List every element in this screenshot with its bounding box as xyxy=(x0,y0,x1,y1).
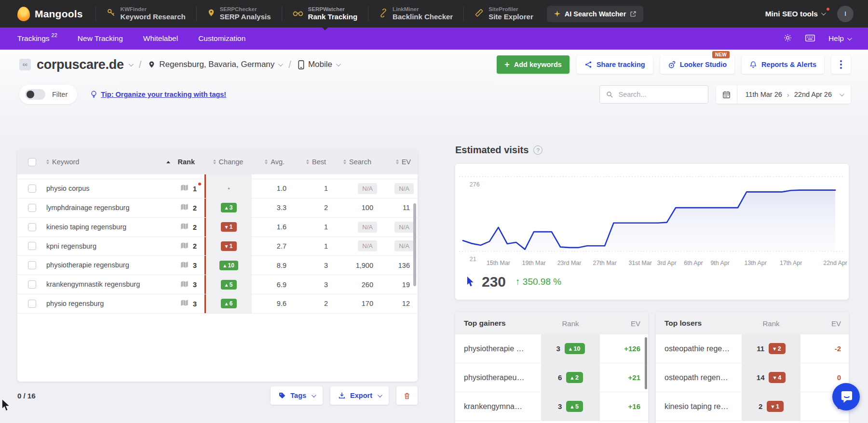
visits-line-chart[interactable]: 2762115th Mar19th Mar23rd Mar27th Mar31s… xyxy=(455,167,849,269)
best-value: 3 xyxy=(294,262,336,269)
topnav-app-serpwatcher[interactable]: SERPWatcherRank Tracking xyxy=(290,3,361,24)
estimated-visits-title: Estimated visits xyxy=(455,145,529,156)
row-checkbox[interactable] xyxy=(28,280,36,289)
column-header-change[interactable]: Change xyxy=(204,158,252,166)
subnav-item-label: Customization xyxy=(198,34,245,43)
search-value: 170 xyxy=(336,300,381,307)
topnav-app-siteprofiler[interactable]: SiteProfilerSite Explorer xyxy=(472,3,536,24)
selection-count: 0 / 16 xyxy=(17,392,36,400)
chevron-down-icon xyxy=(336,62,341,66)
subnav-item-customization[interactable]: Customization xyxy=(188,34,256,43)
list-item[interactable]: osteopath regen…14▾ 40 xyxy=(656,363,849,392)
rank-cell: 2▾ 1 xyxy=(742,392,800,421)
top-gainers-body: physiotherapie …3▴ 10+126physiotherapeu…… xyxy=(455,334,648,421)
table-row[interactable]: kpni regensburg2▾ 12.71N/AN/A xyxy=(17,237,418,256)
tracking-subnav: Trackings22New TrackingWhitelabelCustomi… xyxy=(0,27,868,50)
map-icon[interactable] xyxy=(180,203,189,212)
svg-text:6th Apr: 6th Apr xyxy=(684,260,703,266)
table-row[interactable]: physio corpus1•1.01N/AN/A xyxy=(17,179,418,198)
row-checkbox[interactable] xyxy=(28,300,36,308)
subnav-right: Help xyxy=(784,34,851,43)
tags-button[interactable]: Tags xyxy=(271,386,323,405)
visits-chart[interactable]: 2762115th Mar19th Mar23rd Mar27th Mar31s… xyxy=(455,167,849,269)
subnav-item-trackings[interactable]: Trackings22 xyxy=(17,34,68,43)
rank-change-badge: ▴ 2 xyxy=(566,372,583,383)
table-row[interactable]: krankengymnastik regensburg3▴ 56.9326019 xyxy=(17,275,418,294)
share-tracking-button[interactable]: Share tracking xyxy=(577,55,653,74)
list-item[interactable]: physiotherapie …3▴ 10+126 xyxy=(455,334,648,363)
column-header-rank[interactable]: Rank xyxy=(167,158,204,166)
tracked-domain[interactable]: corpuscare.de xyxy=(37,57,124,72)
delete-button[interactable] xyxy=(396,386,418,405)
ai-search-watcher-button[interactable]: AI Search Watcher xyxy=(547,6,644,22)
column-header-ev[interactable]: EV xyxy=(381,158,418,166)
map-icon[interactable] xyxy=(180,261,189,270)
list-item[interactable]: kinesio taping re…2▾ 10 xyxy=(656,392,849,421)
topnav-app-kwfinder[interactable]: KWFinderKeyword Research xyxy=(104,3,189,24)
chat-widget-button[interactable] xyxy=(832,383,860,410)
export-button[interactable]: Export xyxy=(330,386,389,405)
mini-seo-tools-menu[interactable]: Mini SEO tools xyxy=(765,10,825,18)
topnav-app-linkminer[interactable]: LinkMinerBacklink Checker xyxy=(376,3,456,24)
row-checkbox[interactable] xyxy=(28,223,36,231)
row-checkbox[interactable] xyxy=(28,204,36,212)
best-value: 1 xyxy=(294,242,336,250)
table-scrollbar[interactable] xyxy=(413,203,416,286)
table-row[interactable]: kinesio taping regensburg2▾ 11.61N/AN/A xyxy=(17,218,418,237)
sort-icon xyxy=(396,159,399,164)
keyboard-shortcuts-icon[interactable] xyxy=(805,34,815,43)
list-item[interactable]: physiotherapeu…6▴ 2+21 xyxy=(455,363,648,392)
date-range-picker[interactable]: 11th Mar 26 › 22nd Apr 26 xyxy=(716,85,851,104)
column-header-best[interactable]: Best xyxy=(294,158,336,166)
toggle-track[interactable] xyxy=(25,89,45,100)
change-cell: ▾ 1 xyxy=(204,237,252,256)
column-header-keyword[interactable]: Keyword xyxy=(46,158,167,166)
topnav-app-serpchecker[interactable]: SERPCheckerSERP Analysis xyxy=(204,3,274,24)
avg-value: 3.3 xyxy=(252,204,294,212)
help-menu[interactable]: Help xyxy=(828,34,851,43)
table-row[interactable]: lymphdrainage regensburg2▴ 33.3210011 xyxy=(17,198,418,218)
top-losers-body: osteopathie rege…11▾ 2-2osteopath regen…… xyxy=(656,334,849,421)
ruler-icon xyxy=(475,8,484,19)
table-row[interactable]: physio regensburg3▴ 69.6217012 xyxy=(17,294,418,314)
subnav-item-whitelabel[interactable]: Whitelabel xyxy=(133,34,188,43)
table-row[interactable]: physiotherapie regensburg3▴ 108.931,9001… xyxy=(17,256,418,275)
mangools-logo[interactable]: Mangools xyxy=(17,7,83,21)
calendar-icon xyxy=(716,85,737,104)
device-selector[interactable]: Mobile xyxy=(298,60,339,69)
row-checkbox[interactable] xyxy=(28,261,36,269)
gainers-scrollbar[interactable] xyxy=(645,337,647,389)
visits-change-pct: ↑ 350.98 % xyxy=(515,277,561,287)
map-icon[interactable] xyxy=(180,299,189,308)
filter-toggle[interactable]: Filter xyxy=(19,85,77,104)
avg-value: 6.9 xyxy=(252,281,294,289)
location-selector[interactable]: Regensburg, Bavaria, Germany xyxy=(148,60,282,69)
change-cell: ▴ 6 xyxy=(204,294,252,313)
map-icon[interactable] xyxy=(180,184,189,193)
row-checkbox[interactable] xyxy=(28,185,36,193)
avg-value: 2.7 xyxy=(252,242,294,250)
user-avatar[interactable]: I xyxy=(837,6,854,22)
chevron-down-icon[interactable] xyxy=(129,62,134,66)
subnav-item-new-tracking[interactable]: New Tracking xyxy=(68,34,133,43)
list-item[interactable]: osteopathie rege…11▾ 2-2 xyxy=(656,334,849,363)
search-value: N/A xyxy=(336,183,381,194)
help-circle-icon[interactable]: ? xyxy=(533,145,542,155)
list-item[interactable]: krankengymna…3▴ 5+16 xyxy=(455,392,648,421)
map-icon[interactable] xyxy=(180,223,189,231)
column-header-avg[interactable]: Avg. xyxy=(252,158,294,166)
more-options-button[interactable] xyxy=(831,55,851,74)
select-all-checkbox[interactable] xyxy=(28,158,36,166)
table-footer: 0 / 16 Tags Export xyxy=(17,386,418,405)
theme-toggle-icon[interactable] xyxy=(784,34,792,43)
map-icon[interactable] xyxy=(180,280,189,289)
search-input[interactable] xyxy=(618,91,691,98)
organize-tags-tip-link[interactable]: Tip: Organize your tracking with tags! xyxy=(91,91,226,99)
svg-text:276: 276 xyxy=(470,181,480,188)
column-header-search[interactable]: Search xyxy=(336,158,381,166)
reports-alerts-button[interactable]: Reports & Alerts xyxy=(742,55,824,74)
map-icon[interactable] xyxy=(180,242,189,251)
add-keywords-button[interactable]: + Add keywords xyxy=(497,55,570,74)
row-checkbox[interactable] xyxy=(28,242,36,250)
svg-text:22nd Apr: 22nd Apr xyxy=(823,260,848,266)
